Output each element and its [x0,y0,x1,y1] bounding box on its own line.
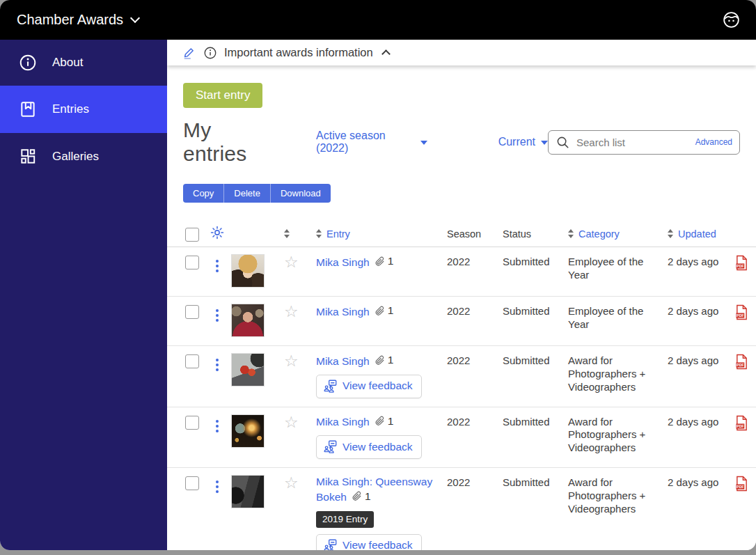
page-title: My entries [183,118,276,166]
advanced-search-link[interactable]: Advanced [695,137,732,147]
row-menu-kebab-icon[interactable] [215,480,219,493]
attachment-indicator: 1 [375,254,394,268]
topbar: Chamber Awards [0,0,756,40]
search-input[interactable] [575,136,690,149]
updated-cell: 2 days ago [668,254,729,269]
row-menu-kebab-icon[interactable] [215,420,219,432]
category-cell: Award for Photographers + Videographers [568,353,668,393]
sidebar: About Entries [0,40,167,550]
paperclip-icon [375,416,385,426]
entry-link[interactable]: Mika Singh [316,355,370,367]
row-checkbox[interactable] [185,354,199,368]
favorite-star-icon[interactable] [284,475,299,490]
view-feedback-button[interactable]: View feedback [316,534,422,550]
entry-link[interactable]: Mika Singh [316,306,370,318]
row-menu-kebab-icon[interactable] [215,359,219,371]
table-row: Mika Singh1 2022 Submitted Employee of t… [167,297,756,346]
app-window: Chamber Awards Ab [0,0,756,550]
sidebar-item-label: Galleries [52,150,99,164]
select-all-checkbox[interactable] [185,228,199,242]
row-checkbox[interactable] [185,256,199,269]
attachment-indicator: 1 [375,353,394,367]
settings-gear-icon [210,225,225,240]
sidebar-item-entries[interactable]: Entries [0,86,167,133]
bookmark-icon [19,100,37,118]
entry-thumbnail[interactable] [231,353,265,386]
table-header: Entry Season Status Category Updated [167,221,756,247]
row-checkbox[interactable] [185,416,199,430]
pdf-download-icon[interactable]: PDF [729,254,756,274]
svg-text:PDF: PDF [737,424,744,428]
svg-text:PDF: PDF [737,264,744,268]
sidebar-item-label: About [52,56,83,70]
triangle-down-icon [541,141,548,145]
status-cell: Submitted [503,353,568,368]
paperclip-icon [375,256,385,267]
sort-arrows-icon [668,229,673,238]
delete-button[interactable]: Delete [224,184,271,203]
entry-year-badge: 2019 Entry [316,511,374,528]
column-header-updated[interactable]: Updated [668,228,729,240]
attachment-count: 1 [365,490,371,503]
status-cell: Submitted [503,304,568,318]
view-feedback-button[interactable]: View feedback [316,435,422,459]
season-cell: 2022 [447,353,503,368]
pdf-download-icon[interactable]: PDF [729,475,756,494]
edit-pencil-icon[interactable] [182,46,196,60]
svg-text:PDF: PDF [737,485,744,489]
sidebar-item-about[interactable]: About [0,40,167,86]
triangle-down-icon [420,141,427,145]
bulk-actions: Copy Delete Download [183,184,331,203]
entry-thumbnail[interactable] [231,254,265,288]
svg-text:PDF: PDF [737,363,744,367]
start-entry-button[interactable]: Start entry [183,83,262,108]
entries-table-body: Mika Singh1 2022 Submitted Employee of t… [167,247,756,550]
pdf-download-icon[interactable]: PDF [729,414,756,434]
copy-button[interactable]: Copy [183,184,224,203]
pdf-download-icon[interactable]: PDF [729,304,756,323]
svg-text:PDF: PDF [737,313,744,318]
row-menu-kebab-icon[interactable] [215,260,219,272]
info-icon [19,54,37,72]
user-face-icon [722,10,741,29]
sort-arrows-icon [568,229,574,238]
column-header-season: Season [447,228,503,240]
grid-icon [19,148,37,166]
entry-link[interactable]: Mika Singh: Queensway Bokeh [316,476,432,503]
account-menu-button[interactable] [722,10,741,29]
sort-star-column[interactable] [284,229,316,238]
table-row: Mika Singh1 View feedback 2022 Submitted… [167,407,756,469]
updated-cell: 2 days ago [668,414,729,429]
sort-arrows-icon [316,229,322,238]
row-checkbox[interactable] [185,305,199,319]
season-filter-dropdown[interactable]: Active season (2022) [316,130,427,155]
view-feedback-button[interactable]: View feedback [316,375,422,398]
workspace-switcher[interactable]: Chamber Awards [17,12,139,28]
attachment-count: 1 [388,304,394,318]
view-filter-dropdown[interactable]: Current [498,136,548,148]
column-header-category[interactable]: Category [568,228,668,240]
entry-link[interactable]: Mika Singh [316,256,370,268]
column-settings-button[interactable] [206,225,231,242]
entry-link[interactable]: Mika Singh [316,416,370,428]
info-icon [203,46,217,60]
attachment-indicator: 1 [375,304,394,318]
sidebar-item-galleries[interactable]: Galleries [0,133,167,180]
favorite-star-icon[interactable] [284,414,299,430]
column-header-entry[interactable]: Entry [316,228,447,240]
feedback-icon [323,538,338,550]
favorite-star-icon[interactable] [284,353,299,368]
download-button[interactable]: Download [271,184,331,203]
paperclip-icon [375,355,385,366]
favorite-star-icon[interactable] [284,304,299,319]
favorite-star-icon[interactable] [284,254,299,269]
season-cell: 2022 [447,475,503,490]
entry-thumbnail[interactable] [231,475,265,508]
row-menu-kebab-icon[interactable] [215,309,219,322]
entry-thumbnail[interactable] [231,304,265,337]
pdf-download-icon[interactable]: PDF [729,353,756,373]
entry-thumbnail[interactable] [231,414,265,448]
entries-page: Start entry My entries Active season (20… [167,65,756,550]
row-checkbox[interactable] [185,476,199,490]
collapse-banner-chevron-icon[interactable] [381,49,391,58]
